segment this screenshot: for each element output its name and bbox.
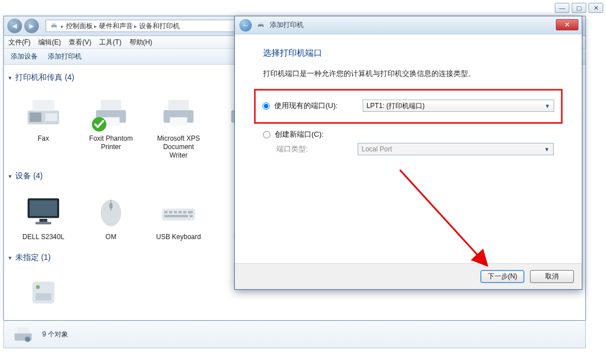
breadcrumb-item[interactable]: 控制面板 ▸ <box>66 21 97 31</box>
svg-rect-37 <box>35 293 51 300</box>
svg-rect-18 <box>30 200 57 216</box>
device-label: OM <box>105 233 116 241</box>
breadcrumb-item[interactable]: 设备和打印机 <box>139 21 180 31</box>
details-text: 9 个对象 <box>42 330 68 339</box>
svg-rect-28 <box>183 211 186 213</box>
generic-device-icon <box>24 273 63 312</box>
menu-view[interactable]: 查看(V) <box>69 38 91 47</box>
device-monitor[interactable]: DELL S2340L <box>10 188 77 245</box>
device-fax[interactable]: Fax <box>10 89 77 163</box>
wizard-close-button[interactable]: ✕ <box>556 19 578 30</box>
chevron-down-icon: ▾ <box>8 173 12 180</box>
existing-port-select[interactable]: LPT1: (打印机端口) ▼ <box>363 100 554 112</box>
device-label: DELL S2340L <box>23 233 64 241</box>
device-label: Microsoft XPS Document Writer <box>157 134 200 160</box>
svg-rect-20 <box>35 222 51 224</box>
group-title: 未指定 (1) <box>15 253 51 263</box>
chevron-down-icon: ▼ <box>545 103 550 109</box>
menu-help[interactable]: 帮助(H) <box>130 38 153 47</box>
group-title: 设备 (4) <box>15 171 43 181</box>
svg-rect-25 <box>169 211 172 213</box>
toolbar-add-device[interactable]: 添加设备 <box>11 52 38 61</box>
chevron-right-icon: ▸ <box>134 23 137 29</box>
printer-icon <box>91 93 131 132</box>
svg-rect-23 <box>162 209 195 221</box>
svg-rect-30 <box>164 215 188 217</box>
svg-rect-5 <box>30 113 42 122</box>
device-mouse[interactable]: OM <box>77 188 145 245</box>
svg-rect-26 <box>174 211 177 213</box>
parent-close-button[interactable]: ✕ <box>589 3 603 13</box>
svg-rect-12 <box>168 100 189 110</box>
mouse-icon <box>91 191 131 231</box>
svg-rect-13 <box>170 117 188 125</box>
keyboard-icon <box>159 191 198 231</box>
next-button[interactable]: 下一步(N) <box>480 270 524 283</box>
group-title: 打印机和传真 (4) <box>15 73 74 83</box>
svg-point-40 <box>25 336 30 342</box>
svg-rect-39 <box>17 327 29 333</box>
location-icon <box>50 22 59 30</box>
chevron-down-icon: ▾ <box>8 254 12 262</box>
wizard-footer: 下一步(N) 取消 <box>235 263 582 289</box>
svg-point-36 <box>36 285 40 289</box>
svg-rect-8 <box>101 100 121 110</box>
wizard-body: 选择打印机端口 打印机端口是一种允许您的计算机与打印机交换信息的连接类型。 使用… <box>235 34 582 263</box>
chevron-down-icon: ▼ <box>544 146 550 152</box>
default-check-icon <box>91 116 107 132</box>
port-type-value: Local Port <box>362 145 392 153</box>
existing-port-value: LPT1: (打印机端口) <box>367 101 425 111</box>
svg-rect-42 <box>259 23 262 24</box>
use-existing-port-radio[interactable] <box>262 102 270 110</box>
svg-rect-22 <box>109 203 113 209</box>
menu-tools[interactable]: 工具(T) <box>99 38 121 47</box>
chevron-down-icon: ▾ <box>8 74 12 82</box>
device-foxit-printer[interactable]: Foxit Phantom Printer <box>77 89 145 163</box>
wizard-title-text: 添加打印机 <box>270 20 304 30</box>
wizard-description: 打印机端口是一种允许您的计算机与打印机交换信息的连接类型。 <box>263 69 554 79</box>
wizard-heading: 选择打印机端口 <box>263 48 554 59</box>
svg-rect-31 <box>190 215 193 217</box>
svg-rect-29 <box>188 211 193 213</box>
device-unspecified[interactable] <box>10 269 77 318</box>
svg-rect-4 <box>32 100 54 111</box>
toolbar-add-printer[interactable]: 添加打印机 <box>48 52 82 61</box>
monitor-icon <box>24 191 63 231</box>
add-printer-wizard: ← 添加打印机 ✕ 选择打印机端口 打印机端口是一种允许您的计算机与打印机交换信… <box>234 16 582 290</box>
annotation-highlight: 使用现有的端口(U): LPT1: (打印机端口) ▼ <box>254 89 563 124</box>
printer-icon <box>159 93 198 132</box>
cancel-button[interactable]: 取消 <box>530 270 574 283</box>
menu-file[interactable]: 文件(F) <box>8 38 30 47</box>
svg-rect-27 <box>179 211 182 213</box>
device-label: USB Keyboard <box>156 233 200 241</box>
chevron-right-icon: ▸ <box>94 23 97 29</box>
svg-rect-43 <box>259 26 262 28</box>
parent-minimize-button[interactable]: — <box>555 3 569 13</box>
printer-icon <box>256 21 265 29</box>
nav-back-button[interactable]: ◄ <box>7 19 22 33</box>
create-new-port-radio[interactable] <box>263 131 270 138</box>
parent-maximize-button[interactable]: ▢ <box>572 3 586 13</box>
device-xps-writer[interactable]: Microsoft XPS Document Writer <box>145 89 212 163</box>
device-label: Foxit Phantom Printer <box>89 134 132 151</box>
menu-edit[interactable]: 编辑(E) <box>38 38 61 47</box>
create-new-port-label: 创建新端口(C): <box>275 129 324 140</box>
fax-icon <box>24 93 63 132</box>
details-pane: 9 个对象 <box>3 321 586 348</box>
chevron-right-icon: ▸ <box>61 23 64 29</box>
wizard-back-button[interactable]: ← <box>239 19 252 32</box>
svg-rect-24 <box>164 211 168 213</box>
port-type-label: 端口类型: <box>277 144 325 154</box>
device-keyboard[interactable]: USB Keyboard <box>145 188 212 245</box>
device-label: Fax <box>38 134 49 143</box>
breadcrumb-item[interactable]: 硬件和声音 ▸ <box>99 21 137 31</box>
svg-rect-19 <box>39 219 47 222</box>
svg-rect-6 <box>46 113 57 121</box>
svg-rect-1 <box>52 23 56 25</box>
nav-forward-button[interactable]: ► <box>24 19 39 33</box>
use-existing-port-label: 使用现有的端口(U): <box>274 101 338 111</box>
printer-icon <box>10 323 37 346</box>
port-type-select: Local Port ▼ <box>358 143 554 155</box>
svg-rect-2 <box>52 27 56 29</box>
wizard-titlebar[interactable]: ← 添加打印机 ✕ <box>235 16 582 34</box>
